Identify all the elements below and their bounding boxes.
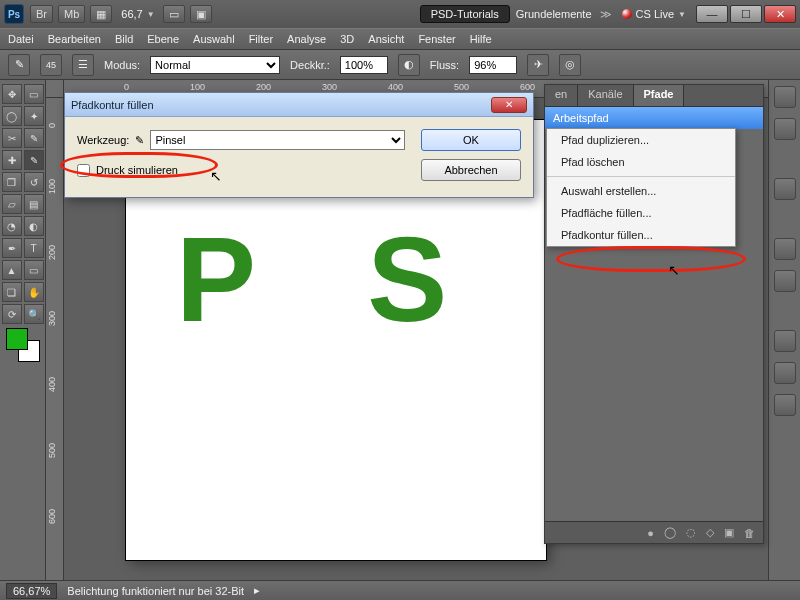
- dock-icon-2[interactable]: [774, 118, 796, 140]
- eraser-tool[interactable]: ▱: [2, 194, 22, 214]
- brush-panel-toggle[interactable]: ☰: [72, 54, 94, 76]
- foreground-color[interactable]: [6, 328, 28, 350]
- zoom-tool[interactable]: 🔍: [24, 304, 44, 324]
- tab-paths[interactable]: Pfade: [634, 85, 685, 106]
- arrange-button[interactable]: ▭: [163, 5, 185, 23]
- app-logo: Ps: [4, 4, 24, 24]
- document-tab-other[interactable]: Grundelemente: [516, 8, 592, 20]
- gradient-tool[interactable]: ▤: [24, 194, 44, 214]
- tool-select[interactable]: Pinsel: [150, 130, 405, 150]
- blend-mode-select[interactable]: Normal: [150, 56, 280, 74]
- zoom-value[interactable]: 66,7: [121, 8, 142, 20]
- workspace-overflow-icon[interactable]: ≫: [600, 8, 612, 21]
- maximize-button[interactable]: ☐: [730, 5, 762, 23]
- status-bar: 66,67% Belichtung funktioniert nur bei 3…: [0, 580, 800, 600]
- dock-icon-8[interactable]: [774, 394, 796, 416]
- tab-channels[interactable]: Kanäle: [578, 85, 633, 106]
- type-tool[interactable]: T: [24, 238, 44, 258]
- titlebar: Ps Br Mb ▦ 66,7 ▼ ▭ ▣ PSD-Tutorials Grun…: [0, 0, 800, 28]
- opacity-label: Deckkr.:: [290, 59, 330, 71]
- close-button[interactable]: ✕: [764, 5, 796, 23]
- move-tool[interactable]: ✥: [2, 84, 22, 104]
- dock-icon-6[interactable]: [774, 330, 796, 352]
- status-dropdown-icon[interactable]: ▸: [254, 584, 260, 597]
- marquee-tool[interactable]: ▭: [24, 84, 44, 104]
- dialog-close-button[interactable]: ✕: [491, 97, 527, 113]
- screenmode-button[interactable]: ▣: [190, 5, 212, 23]
- rotate-tool[interactable]: ⟳: [2, 304, 22, 324]
- dodge-tool[interactable]: ◐: [24, 216, 44, 236]
- ctx-make-selection[interactable]: Auswahl erstellen...: [547, 180, 735, 202]
- work-path-row[interactable]: Arbeitspfad: [545, 107, 763, 129]
- menu-3d[interactable]: 3D: [340, 33, 354, 45]
- dock-icon-7[interactable]: [774, 362, 796, 384]
- dock-icon-1[interactable]: [774, 86, 796, 108]
- crop-tool[interactable]: ✂: [2, 128, 22, 148]
- ruler-vertical[interactable]: 0 100 200 300 400 500 600: [46, 98, 64, 580]
- dock-icon-4[interactable]: [774, 238, 796, 260]
- stroke-path-icon[interactable]: ◯: [664, 526, 676, 539]
- wand-tool[interactable]: ✦: [24, 106, 44, 126]
- menu-hilfe[interactable]: Hilfe: [470, 33, 492, 45]
- opacity-pressure-icon[interactable]: ◐: [398, 54, 420, 76]
- ctx-duplicate-path[interactable]: Pfad duplizieren...: [547, 129, 735, 151]
- flow-input[interactable]: 96%: [469, 56, 517, 74]
- minibridge-button[interactable]: Mb: [58, 5, 85, 23]
- cancel-button[interactable]: Abbrechen: [421, 159, 521, 181]
- dialog-title: Pfadkontur füllen: [71, 99, 154, 111]
- cursor-icon: ↖: [210, 168, 222, 184]
- eyedropper-tool[interactable]: ✎: [24, 128, 44, 148]
- color-swatches[interactable]: [2, 326, 44, 362]
- menu-fenster[interactable]: Fenster: [418, 33, 455, 45]
- dock-icon-3[interactable]: [774, 178, 796, 200]
- airbrush-icon[interactable]: ✈: [527, 54, 549, 76]
- cs-live-icon: [622, 9, 632, 19]
- path-to-selection-icon[interactable]: ◌: [686, 526, 696, 539]
- opacity-input[interactable]: 100%: [340, 56, 388, 74]
- bridge-button[interactable]: Br: [30, 5, 53, 23]
- menu-analyse[interactable]: Analyse: [287, 33, 326, 45]
- path-select-tool[interactable]: ▲: [2, 260, 22, 280]
- heal-tool[interactable]: ✚: [2, 150, 22, 170]
- menu-bearbeiten[interactable]: Bearbeiten: [48, 33, 101, 45]
- tab-layers[interactable]: en: [545, 85, 578, 106]
- dock-icon-5[interactable]: [774, 270, 796, 292]
- shape-tool[interactable]: ▭: [24, 260, 44, 280]
- ok-button[interactable]: OK: [421, 129, 521, 151]
- paths-panel-footer: ● ◯ ◌ ◇ ▣ 🗑: [545, 521, 763, 543]
- brush-tool-icon[interactable]: ✎: [8, 54, 30, 76]
- brush-tool[interactable]: ✎: [24, 150, 44, 170]
- minimize-button[interactable]: —: [696, 5, 728, 23]
- blur-tool[interactable]: ◔: [2, 216, 22, 236]
- zoom-dropdown-icon[interactable]: ▼: [147, 10, 155, 19]
- view-extras-button[interactable]: ▦: [90, 5, 112, 23]
- dialog-titlebar[interactable]: Pfadkontur füllen ✕: [65, 93, 533, 117]
- document-tab-active[interactable]: PSD-Tutorials: [420, 5, 510, 23]
- fill-path-icon[interactable]: ●: [647, 527, 654, 539]
- make-workpath-icon[interactable]: ◇: [706, 526, 714, 539]
- ctx-stroke-path[interactable]: Pfadkontur füllen...: [547, 224, 735, 246]
- pen-tool[interactable]: ✒: [2, 238, 22, 258]
- status-message: Belichtung funktioniert nur bei 32-Bit: [67, 585, 244, 597]
- history-brush-tool[interactable]: ↺: [24, 172, 44, 192]
- cs-live[interactable]: CS Live ▼: [622, 8, 686, 20]
- brush-preset-picker[interactable]: 45: [40, 54, 62, 76]
- tablet-pressure-icon[interactable]: ◎: [559, 54, 581, 76]
- 3d-tool[interactable]: ❏: [2, 282, 22, 302]
- delete-path-icon[interactable]: 🗑: [744, 527, 755, 539]
- new-path-icon[interactable]: ▣: [724, 526, 734, 539]
- menu-filter[interactable]: Filter: [249, 33, 273, 45]
- ctx-delete-path[interactable]: Pfad löschen: [547, 151, 735, 173]
- stamp-tool[interactable]: ❒: [2, 172, 22, 192]
- menu-auswahl[interactable]: Auswahl: [193, 33, 235, 45]
- menu-bild[interactable]: Bild: [115, 33, 133, 45]
- hand-tool[interactable]: ✋: [24, 282, 44, 302]
- lasso-tool[interactable]: ◯: [2, 106, 22, 126]
- ctx-fill-path[interactable]: Pfadfläche füllen...: [547, 202, 735, 224]
- menu-ebene[interactable]: Ebene: [147, 33, 179, 45]
- status-zoom[interactable]: 66,67%: [6, 583, 57, 599]
- menu-ansicht[interactable]: Ansicht: [368, 33, 404, 45]
- menu-datei[interactable]: Datei: [8, 33, 34, 45]
- simulate-pressure-checkbox[interactable]: [77, 164, 90, 177]
- ruler-origin[interactable]: [46, 80, 64, 98]
